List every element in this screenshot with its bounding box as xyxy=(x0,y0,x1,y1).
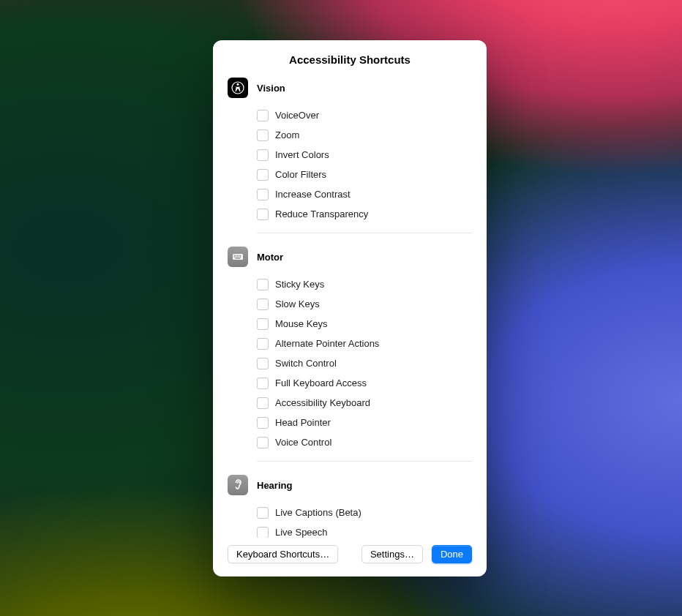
option-live-captions[interactable]: Live Captions (Beta) xyxy=(257,503,472,522)
section-vision: Vision VoiceOver Zoom Invert Colors Colo… xyxy=(228,78,472,233)
keyboard-icon xyxy=(228,247,248,267)
checkbox[interactable] xyxy=(257,110,269,121)
option-label: VoiceOver xyxy=(275,110,319,121)
section-title: Motor xyxy=(257,252,283,263)
option-list: Sticky Keys Slow Keys Mouse Keys Alterna… xyxy=(228,274,472,452)
svg-rect-10 xyxy=(237,257,238,258)
svg-rect-7 xyxy=(240,255,241,256)
option-label: Alternate Pointer Actions xyxy=(275,338,379,349)
checkbox[interactable] xyxy=(257,527,269,538)
option-label: Reduce Transparency xyxy=(275,209,368,219)
section-motor: Motor Sticky Keys Slow Keys Mouse Keys A… xyxy=(228,247,472,462)
svg-rect-4 xyxy=(236,255,236,256)
option-live-speech[interactable]: Live Speech xyxy=(257,522,472,538)
checkbox[interactable] xyxy=(257,397,269,409)
section-title: Vision xyxy=(257,83,285,94)
section-divider xyxy=(257,233,472,233)
option-label: Head Pointer xyxy=(275,417,331,428)
option-invert-colors[interactable]: Invert Colors xyxy=(257,145,472,165)
checkbox[interactable] xyxy=(257,129,269,141)
ear-icon xyxy=(228,475,248,495)
svg-point-1 xyxy=(237,83,239,86)
checkbox[interactable] xyxy=(257,437,269,448)
option-reduce-transparency[interactable]: Reduce Transparency xyxy=(257,204,472,224)
option-label: Full Keyboard Access xyxy=(275,378,367,388)
checkbox[interactable] xyxy=(257,318,269,330)
option-accessibility-keyboard[interactable]: Accessibility Keyboard xyxy=(257,393,472,413)
option-alternate-pointer-actions[interactable]: Alternate Pointer Actions xyxy=(257,334,472,353)
option-list: VoiceOver Zoom Invert Colors Color Filte… xyxy=(228,105,472,224)
section-title: Hearing xyxy=(257,480,292,491)
option-label: Accessibility Keyboard xyxy=(275,397,370,408)
section-divider xyxy=(257,461,472,462)
option-full-keyboard-access[interactable]: Full Keyboard Access xyxy=(257,373,472,393)
svg-rect-9 xyxy=(236,257,236,258)
svg-rect-11 xyxy=(239,257,239,258)
checkbox[interactable] xyxy=(257,378,269,389)
option-switch-control[interactable]: Switch Control xyxy=(257,353,472,373)
option-slow-keys[interactable]: Slow Keys xyxy=(257,294,472,314)
option-label: Increase Contrast xyxy=(275,189,351,200)
checkbox[interactable] xyxy=(257,338,269,350)
option-label: Slow Keys xyxy=(275,298,320,309)
option-label: Live Captions (Beta) xyxy=(275,507,361,518)
option-increase-contrast[interactable]: Increase Contrast xyxy=(257,184,472,204)
option-mouse-keys[interactable]: Mouse Keys xyxy=(257,314,472,334)
option-voiceover[interactable]: VoiceOver xyxy=(257,105,472,125)
option-label: Invert Colors xyxy=(275,149,329,160)
svg-rect-12 xyxy=(240,257,241,258)
option-label: Voice Control xyxy=(275,437,331,448)
svg-rect-3 xyxy=(234,255,235,256)
svg-rect-6 xyxy=(239,255,239,256)
checkbox[interactable] xyxy=(257,417,269,429)
svg-rect-8 xyxy=(234,257,235,258)
checkbox[interactable] xyxy=(257,507,269,519)
svg-rect-5 xyxy=(237,255,238,256)
option-voice-control[interactable]: Voice Control xyxy=(257,432,472,452)
checkbox[interactable] xyxy=(257,298,269,310)
section-hearing: Hearing Live Captions (Beta) Live Speech xyxy=(228,475,472,538)
section-header: Vision xyxy=(228,78,472,98)
option-label: Sticky Keys xyxy=(275,279,324,290)
dialog-footer: Keyboard Shortcuts… Settings… Done xyxy=(213,538,487,576)
checkbox[interactable] xyxy=(257,169,269,181)
done-button[interactable]: Done xyxy=(432,545,472,563)
dialog-content: Vision VoiceOver Zoom Invert Colors Colo… xyxy=(213,78,487,538)
option-list: Live Captions (Beta) Live Speech xyxy=(228,503,472,538)
accessibility-shortcuts-dialog: Accessibility Shortcuts Vision VoiceOver… xyxy=(213,40,487,576)
dialog-title: Accessibility Shortcuts xyxy=(213,53,487,66)
option-head-pointer[interactable]: Head Pointer xyxy=(257,413,472,432)
option-zoom[interactable]: Zoom xyxy=(257,125,472,145)
option-label: Color Filters xyxy=(275,169,326,180)
option-label: Zoom xyxy=(275,129,299,140)
accessibility-icon xyxy=(228,78,248,98)
keyboard-shortcuts-button[interactable]: Keyboard Shortcuts… xyxy=(228,545,338,563)
section-header: Motor xyxy=(228,247,472,267)
checkbox[interactable] xyxy=(257,149,269,161)
checkbox[interactable] xyxy=(257,189,269,200)
option-label: Live Speech xyxy=(275,527,328,538)
svg-rect-13 xyxy=(236,258,241,259)
option-color-filters[interactable]: Color Filters xyxy=(257,165,472,184)
section-header: Hearing xyxy=(228,475,472,495)
checkbox[interactable] xyxy=(257,358,269,369)
option-sticky-keys[interactable]: Sticky Keys xyxy=(257,274,472,294)
checkbox[interactable] xyxy=(257,209,269,220)
option-label: Mouse Keys xyxy=(275,318,328,329)
option-label: Switch Control xyxy=(275,358,337,369)
settings-button[interactable]: Settings… xyxy=(361,545,423,563)
checkbox[interactable] xyxy=(257,279,269,290)
